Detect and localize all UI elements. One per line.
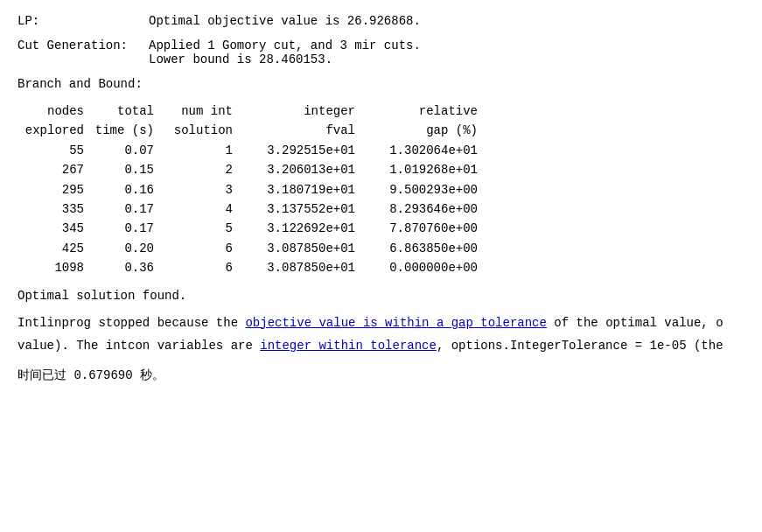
table-header-row1: nodes total num int integer relative: [17, 102, 481, 121]
intlinprog-section: Intlinprog stopped because the objective…: [17, 313, 745, 356]
cell-numint: 6: [157, 239, 236, 258]
cell-gap: 1.019268e+01: [359, 160, 481, 179]
cell-time: 0.07: [87, 141, 157, 160]
cut-label: Cut Generation:: [17, 38, 149, 52]
table-row: 345 0.17 5 3.122692e+01 7.870760e+00: [17, 219, 481, 238]
cut-text2: Lower bound is 28.460153.: [149, 52, 332, 66]
table-body: 55 0.07 1 3.292515e+01 1.302064e+01 267 …: [17, 141, 481, 278]
lp-section: LP:Optimal objective value is 26.926868.: [17, 14, 745, 28]
intlinprog-before1: Intlinprog stopped because the: [17, 316, 245, 330]
col-fval-h2: fval: [236, 121, 359, 140]
time-text: 时间已过 0.679690 秒。: [17, 368, 164, 382]
intlinprog-after2: , options.IntegerTolerance = 1e-05 (the: [437, 339, 724, 353]
col-total-h2: time (s): [87, 121, 157, 140]
cell-nodes: 1098: [17, 258, 87, 277]
col-total-h1: total: [87, 102, 157, 121]
col-gap-h2: gap (%): [359, 121, 481, 140]
cut-generation-section: Cut Generation:Applied 1 Gomory cut, and…: [17, 38, 745, 66]
intlinprog-after1: of the optimal value, o: [547, 316, 724, 330]
cell-numint: 5: [157, 219, 236, 238]
lp-text: Optimal objective value is 26.926868.: [149, 14, 421, 28]
cell-nodes: 335: [17, 200, 87, 219]
branch-bound-label: Branch and Bound:: [17, 77, 143, 91]
cell-nodes: 425: [17, 239, 87, 258]
cell-gap: 8.293646e+00: [359, 200, 481, 219]
cell-numint: 1: [157, 141, 236, 160]
cell-fval: 3.087850e+01: [236, 239, 359, 258]
results-table: nodes total num int integer relative exp…: [17, 102, 481, 278]
cell-nodes: 345: [17, 219, 87, 238]
cell-fval: 3.087850e+01: [236, 258, 359, 277]
table-row: 425 0.20 6 3.087850e+01 6.863850e+00: [17, 239, 481, 258]
cell-fval: 3.292515e+01: [236, 141, 359, 160]
col-fval-h1: integer: [236, 102, 359, 121]
cell-fval: 3.206013e+01: [236, 160, 359, 179]
cell-numint: 6: [157, 258, 236, 277]
cell-time: 0.20: [87, 239, 157, 258]
col-gap-h1: relative: [359, 102, 481, 121]
col-numint-h2: solution: [157, 121, 236, 140]
branch-bound-header: Branch and Bound:: [17, 77, 745, 91]
cell-time: 0.36: [87, 258, 157, 277]
intlinprog-line1: Intlinprog stopped because the objective…: [17, 313, 745, 332]
intlinprog-before2: value). The intcon variables are: [17, 339, 260, 353]
table-row: 335 0.17 4 3.137552e+01 8.293646e+00: [17, 200, 481, 219]
col-numint-h1: num int: [157, 102, 236, 121]
gap-tolerance-link[interactable]: objective value is within a gap toleranc…: [245, 316, 546, 330]
table-row: 1098 0.36 6 3.087850e+01 0.000000e+00: [17, 258, 481, 277]
cell-numint: 3: [157, 180, 236, 200]
cell-nodes: 295: [17, 180, 87, 200]
cell-fval: 3.122692e+01: [236, 219, 359, 238]
cell-gap: 6.863850e+00: [359, 239, 481, 258]
cell-fval: 3.180719e+01: [236, 180, 359, 200]
cell-time: 0.17: [87, 200, 157, 219]
cell-nodes: 55: [17, 141, 87, 160]
cell-gap: 7.870760e+00: [359, 219, 481, 238]
col-nodes-h2: explored: [17, 121, 87, 140]
cut-line2: Lower bound is 28.460153.: [17, 52, 745, 66]
table-row: 55 0.07 1 3.292515e+01 1.302064e+01: [17, 141, 481, 160]
col-nodes-h1: nodes: [17, 102, 87, 121]
output-container: LP:Optimal objective value is 26.926868.…: [17, 14, 745, 386]
cell-time: 0.16: [87, 180, 157, 200]
cell-fval: 3.137552e+01: [236, 200, 359, 219]
optimal-text: Optimal solution found.: [17, 289, 186, 303]
time-elapsed: 时间已过 0.679690 秒。: [17, 366, 745, 385]
cell-gap: 0.000000e+00: [359, 258, 481, 277]
cut-text1: Applied 1 Gomory cut, and 3 mir cuts.: [149, 38, 421, 52]
branch-bound-table: nodes total num int integer relative exp…: [17, 102, 745, 278]
cell-numint: 2: [157, 160, 236, 179]
cell-time: 0.17: [87, 219, 157, 238]
table-row: 267 0.15 2 3.206013e+01 1.019268e+01: [17, 160, 481, 179]
integer-tolerance-link[interactable]: integer within tolerance: [260, 339, 437, 353]
lp-label: LP:: [17, 14, 149, 28]
cell-gap: 1.302064e+01: [359, 141, 481, 160]
intlinprog-line2: value). The intcon variables are integer…: [17, 336, 745, 355]
cell-gap: 9.500293e+00: [359, 180, 481, 200]
cell-numint: 4: [157, 200, 236, 219]
cell-time: 0.15: [87, 160, 157, 179]
cell-nodes: 267: [17, 160, 87, 179]
optimal-message: Optimal solution found.: [17, 289, 745, 303]
table-header-row2: explored time (s) solution fval gap (%): [17, 121, 481, 140]
table-row: 295 0.16 3 3.180719e+01 9.500293e+00: [17, 180, 481, 200]
cut-line1: Cut Generation:Applied 1 Gomory cut, and…: [17, 38, 745, 52]
